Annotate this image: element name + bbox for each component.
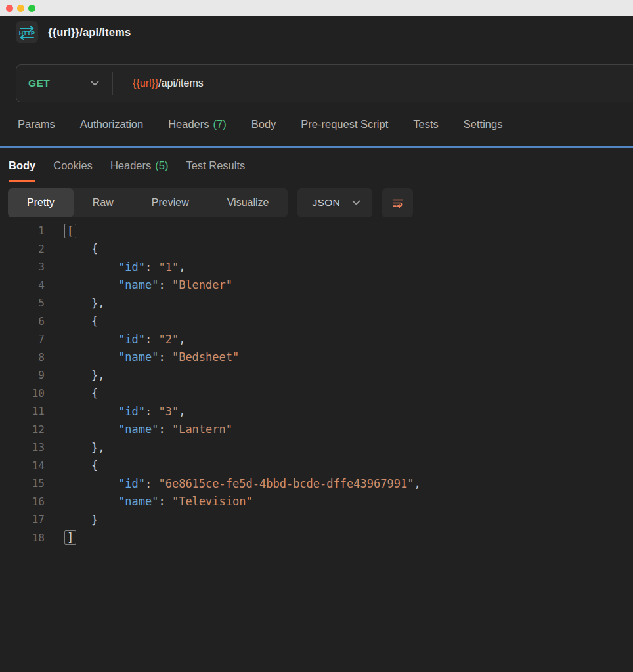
tab-label: Body bbox=[9, 159, 35, 172]
method-selector[interactable]: GET bbox=[16, 65, 112, 102]
line-number: 12 bbox=[0, 423, 45, 436]
code-line: 13}, bbox=[0, 438, 633, 457]
view-mode-raw[interactable]: Raw bbox=[74, 188, 133, 217]
json-string: "Blender" bbox=[172, 278, 232, 291]
json-string: "1" bbox=[158, 261, 179, 274]
http-request-icon: HTTP bbox=[16, 21, 38, 43]
request-tab-pre-request-script[interactable]: Pre-request Script bbox=[301, 118, 388, 131]
response-tab-body[interactable]: Body bbox=[9, 148, 35, 182]
line-content: }, bbox=[64, 366, 633, 385]
request-tab-settings[interactable]: Settings bbox=[464, 118, 503, 131]
response-tab-headers[interactable]: Headers(5) bbox=[110, 148, 169, 182]
request-tabs: ParamsAuthorizationHeaders(7)BodyPre-req… bbox=[0, 102, 633, 146]
line-number: 17 bbox=[0, 513, 45, 526]
json-key: "name" bbox=[118, 350, 158, 364]
json-punctuation: { bbox=[91, 387, 98, 400]
chevron-down-icon bbox=[352, 200, 360, 205]
code-line: 16"name": "Television" bbox=[0, 493, 633, 511]
wrap-text-button[interactable] bbox=[382, 188, 413, 217]
line-content: }, bbox=[64, 438, 633, 457]
line-number: 18 bbox=[0, 532, 45, 544]
line-content: "id": "6e8615ce-fe5d-4bbd-bcde-dffe43967… bbox=[64, 474, 633, 493]
response-tab-cookies[interactable]: Cookies bbox=[53, 148, 93, 182]
indent-guide bbox=[93, 276, 93, 295]
line-number: 9 bbox=[0, 369, 45, 381]
indent-guide bbox=[66, 276, 66, 295]
response-tab-test-results[interactable]: Test Results bbox=[186, 148, 245, 182]
line-content: "id": "1", bbox=[64, 258, 633, 276]
indent-guide bbox=[93, 330, 93, 348]
request-tab-tests[interactable]: Tests bbox=[413, 118, 439, 131]
zoom-window-button[interactable] bbox=[28, 5, 35, 12]
url-path: /api/items bbox=[158, 77, 203, 89]
tab-label: Body bbox=[251, 118, 276, 131]
code-line: 18] bbox=[0, 529, 633, 547]
view-mode-pretty[interactable]: Pretty bbox=[8, 188, 74, 217]
format-dropdown[interactable]: JSON bbox=[297, 188, 372, 217]
json-punctuation: , bbox=[414, 477, 420, 490]
json-key: "id" bbox=[118, 333, 145, 346]
json-punctuation: : bbox=[145, 477, 158, 490]
request-tab-params[interactable]: Params bbox=[18, 118, 55, 131]
line-content: "id": "2", bbox=[64, 330, 633, 348]
view-mode-preview[interactable]: Preview bbox=[133, 188, 208, 217]
json-key: "id" bbox=[118, 261, 145, 274]
line-number: 1 bbox=[0, 224, 45, 237]
tab-count: (5) bbox=[155, 159, 168, 172]
json-punctuation: : bbox=[158, 423, 171, 436]
code-line: 4"name": "Blender" bbox=[0, 276, 633, 295]
indent-guide bbox=[66, 493, 66, 511]
request-tab-authorization[interactable]: Authorization bbox=[80, 118, 143, 131]
code-line: 3"id": "1", bbox=[0, 258, 633, 276]
json-string: "Television" bbox=[172, 495, 253, 508]
line-number: 15 bbox=[0, 477, 45, 490]
code-line: 7"id": "2", bbox=[0, 330, 633, 348]
code-line: 9}, bbox=[0, 366, 633, 385]
view-mode-visualize[interactable]: Visualize bbox=[208, 188, 288, 217]
line-content: { bbox=[64, 312, 633, 331]
url-input[interactable]: {{url}}/api/items bbox=[133, 77, 204, 89]
request-tab-body[interactable]: Body bbox=[251, 118, 276, 131]
code-line: 2{ bbox=[0, 240, 633, 259]
format-label: JSON bbox=[312, 197, 340, 209]
line-number: 14 bbox=[0, 459, 45, 472]
line-content: "id": "3", bbox=[64, 402, 633, 421]
json-punctuation: , bbox=[179, 333, 185, 346]
code-line: 14{ bbox=[0, 457, 633, 475]
json-punctuation: : bbox=[145, 261, 158, 274]
indent-guide bbox=[66, 348, 66, 367]
line-content: "name": "Bedsheet" bbox=[64, 348, 633, 367]
indent-guide bbox=[93, 402, 93, 421]
request-tab-headers[interactable]: Headers(7) bbox=[168, 118, 227, 131]
wrap-text-icon bbox=[391, 196, 404, 209]
json-string: "Bedsheet" bbox=[172, 350, 239, 364]
response-body-editor[interactable]: 1[2{3"id": "1",4"name": "Blender"5},6{7"… bbox=[0, 222, 633, 672]
line-content: [ bbox=[64, 222, 633, 240]
json-punctuation: : bbox=[158, 350, 171, 364]
indent-guide bbox=[66, 366, 66, 385]
indent-guide bbox=[66, 421, 66, 439]
indent-guide bbox=[66, 294, 66, 312]
tab-label: Params bbox=[18, 118, 55, 131]
method-label: GET bbox=[28, 77, 50, 89]
minimize-window-button[interactable] bbox=[17, 5, 24, 12]
json-punctuation: { bbox=[91, 242, 98, 255]
url-variable: {{url}} bbox=[133, 77, 158, 89]
response-tabs: BodyCookiesHeaders(5)Test Results bbox=[0, 148, 633, 182]
url-divider bbox=[112, 72, 113, 94]
line-content: }, bbox=[64, 294, 633, 312]
json-key: "id" bbox=[118, 477, 145, 490]
line-number: 10 bbox=[0, 387, 45, 400]
json-key: "name" bbox=[118, 423, 158, 436]
line-content: "name": "Lantern" bbox=[64, 421, 633, 439]
indent-guide bbox=[93, 421, 93, 439]
json-punctuation: : bbox=[158, 278, 171, 291]
line-number: 3 bbox=[0, 261, 45, 273]
json-punctuation: : bbox=[145, 333, 158, 346]
json-key: "name" bbox=[118, 278, 158, 291]
json-punctuation: }, bbox=[91, 297, 104, 310]
json-punctuation: { bbox=[91, 314, 98, 327]
line-number: 16 bbox=[0, 495, 45, 508]
indent-guide bbox=[66, 258, 66, 276]
close-window-button[interactable] bbox=[6, 5, 13, 12]
